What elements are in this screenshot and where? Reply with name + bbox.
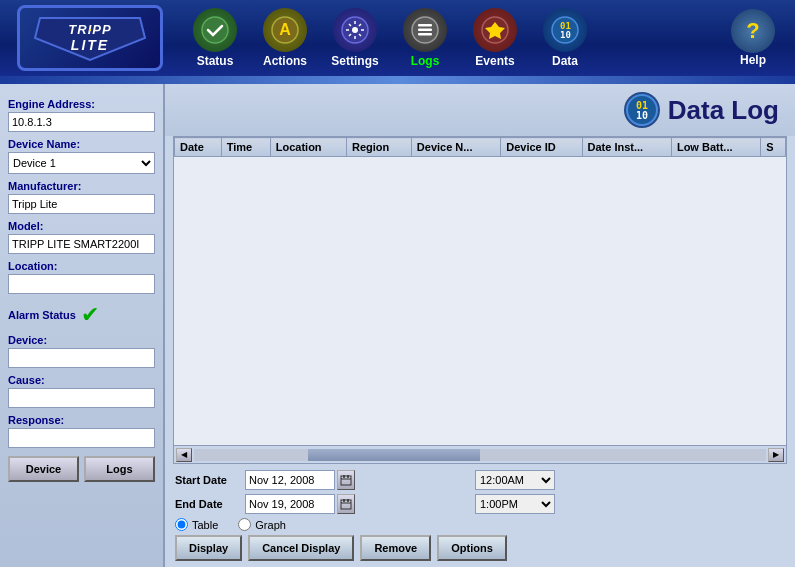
engine-address-label: Engine Address:: [8, 98, 155, 110]
device-name-select[interactable]: Device 1: [8, 152, 155, 174]
page-title-icon: 01 10: [624, 92, 660, 128]
location-label: Location:: [8, 260, 155, 272]
start-date-row: Start Date 12:00AM 1:00AM 6:00AM 12:00PM: [175, 470, 785, 490]
logs-button[interactable]: Logs: [84, 456, 155, 482]
response-label: Response:: [8, 414, 155, 426]
data-table-container: Date Time Location Region Device N... De…: [173, 136, 787, 464]
svg-text:·: ·: [88, 22, 92, 37]
svg-rect-29: [341, 476, 351, 485]
events-icon: [473, 8, 517, 52]
cause-input[interactable]: [8, 388, 155, 408]
svg-text:LITE: LITE: [71, 37, 109, 53]
logs-icon: [403, 8, 447, 52]
nav-item-actions[interactable]: A Actions: [250, 3, 320, 73]
graph-radio-option[interactable]: Graph: [238, 518, 286, 531]
end-time-select[interactable]: 1:00PM 2:00PM 6:00PM 12:00AM: [475, 494, 555, 514]
display-button[interactable]: Display: [175, 535, 242, 561]
col-date: Date: [175, 138, 222, 157]
end-date-label: End Date: [175, 498, 245, 510]
content-area: 01 10 Data Log Date Time Location Region…: [165, 84, 795, 567]
start-date-label: Start Date: [175, 474, 245, 486]
col-date-inst: Date Inst...: [582, 138, 671, 157]
manufacturer-label: Manufacturer:: [8, 180, 155, 192]
table-radio-option[interactable]: Table: [175, 518, 218, 531]
logo-box: TRIPP · LITE: [17, 5, 163, 71]
scroll-left-button[interactable]: ◀: [176, 448, 192, 462]
remove-button[interactable]: Remove: [360, 535, 431, 561]
nav-label-actions: Actions: [263, 54, 307, 68]
model-input[interactable]: [8, 234, 155, 254]
device-button[interactable]: Device: [8, 456, 79, 482]
end-date-row: End Date 1:00PM 2:00PM 6:00PM 12:00AM: [175, 494, 785, 514]
end-date-input[interactable]: [245, 494, 335, 514]
svg-point-8: [352, 27, 358, 33]
col-location: Location: [270, 138, 346, 157]
bottom-controls: Start Date 12:00AM 1:00AM 6:00AM 12:00PM…: [165, 464, 795, 567]
scroll-thumb[interactable]: [308, 449, 480, 461]
engine-address-input[interactable]: [8, 112, 155, 132]
alarm-checkmark-icon: ✔: [81, 302, 99, 328]
nav-label-data: Data: [552, 54, 578, 68]
nav-item-events[interactable]: Events: [460, 3, 530, 73]
device-field-input[interactable]: [8, 348, 155, 368]
display-type-row: Table Graph: [175, 518, 785, 531]
accent-bar: [0, 76, 795, 84]
start-time-select[interactable]: 12:00AM 1:00AM 6:00AM 12:00PM: [475, 470, 555, 490]
svg-rect-20: [418, 33, 432, 36]
col-time: Time: [221, 138, 270, 157]
device-field-label: Device:: [8, 334, 155, 346]
nav-item-status[interactable]: Status: [180, 3, 250, 73]
model-label: Model:: [8, 220, 155, 232]
graph-radio-label: Graph: [255, 519, 286, 531]
location-input[interactable]: [8, 274, 155, 294]
horizontal-scrollbar[interactable]: ◀ ▶: [174, 445, 786, 463]
main-layout: Engine Address: Device Name: Device 1 Ma…: [0, 84, 795, 567]
nav-label-logs: Logs: [411, 54, 440, 68]
table-radio-label: Table: [192, 519, 218, 531]
sidebar-buttons: Device Logs: [8, 456, 155, 482]
help-icon: ?: [731, 9, 775, 53]
nav-label-events: Events: [475, 54, 514, 68]
svg-rect-18: [418, 24, 432, 27]
start-date-input[interactable]: [245, 470, 335, 490]
alarm-row: Alarm Status ✔: [8, 302, 155, 328]
device-name-label: Device Name:: [8, 138, 155, 150]
table-radio[interactable]: [175, 518, 188, 531]
col-device-id: Device ID: [501, 138, 582, 157]
logo-svg: TRIPP · LITE: [30, 14, 150, 62]
start-date-calendar-button[interactable]: [337, 470, 355, 490]
logo-area: TRIPP · LITE: [10, 5, 170, 71]
settings-icon: [333, 8, 377, 52]
response-input[interactable]: [8, 428, 155, 448]
content-header: 01 10 Data Log: [165, 84, 795, 136]
svg-text:A: A: [279, 21, 291, 38]
action-buttons: Display Cancel Display Remove Options: [175, 535, 785, 561]
scroll-right-button[interactable]: ▶: [768, 448, 784, 462]
alarm-status-label: Alarm Status: [8, 309, 76, 321]
nav-label-settings: Settings: [331, 54, 378, 68]
scroll-track[interactable]: [194, 449, 766, 461]
svg-point-4: [202, 17, 228, 43]
cause-label: Cause:: [8, 374, 155, 386]
help-label: Help: [740, 53, 766, 67]
nav-item-data[interactable]: 01 10 Data: [530, 3, 600, 73]
svg-rect-33: [341, 500, 351, 509]
cancel-display-button[interactable]: Cancel Display: [248, 535, 354, 561]
svg-text:10: 10: [636, 110, 648, 121]
status-icon: [193, 8, 237, 52]
col-low-batt: Low Batt...: [671, 138, 760, 157]
end-date-calendar-button[interactable]: [337, 494, 355, 514]
actions-icon: A: [263, 8, 307, 52]
data-log-table: Date Time Location Region Device N... De…: [174, 137, 786, 157]
graph-radio[interactable]: [238, 518, 251, 531]
help-nav-item[interactable]: ? Help: [721, 4, 785, 72]
nav-item-settings[interactable]: Settings: [320, 3, 390, 73]
manufacturer-input[interactable]: [8, 194, 155, 214]
nav-item-logs[interactable]: Logs: [390, 3, 460, 73]
svg-rect-19: [418, 29, 432, 32]
nav-items: Status A Actions: [180, 3, 721, 73]
page-title: Data Log: [668, 95, 779, 126]
header: TRIPP · LITE Status A Actions: [0, 0, 795, 76]
col-s: S: [761, 138, 786, 157]
options-button[interactable]: Options: [437, 535, 507, 561]
